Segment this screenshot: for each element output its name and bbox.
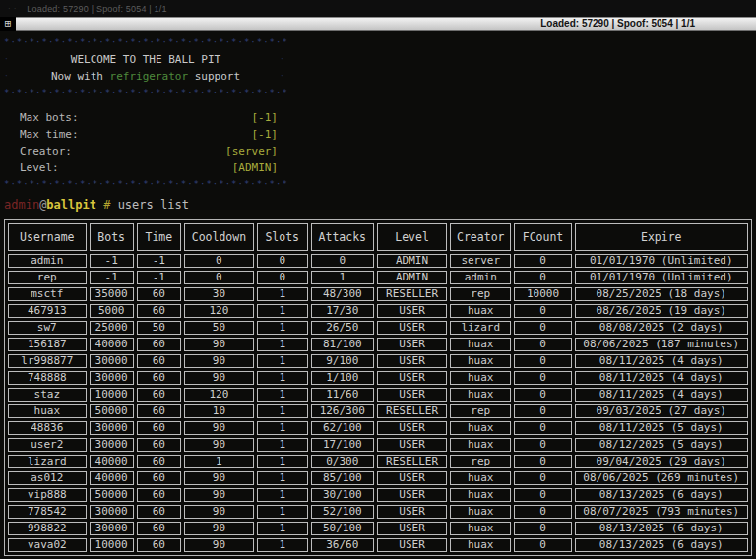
column-header-cooldown: Cooldown (184, 223, 254, 251)
table-row: 74888830000609011/100USERhuax008/11/2025… (8, 371, 748, 385)
cell-cooldown: 90 (184, 421, 254, 435)
banner-info-label: Creator: (4, 143, 225, 159)
cell-bots: 10000 (90, 388, 134, 402)
cell-level: ADMIN (377, 271, 447, 284)
column-header-fcount: FCount (514, 223, 571, 251)
column-header-expire: Expire (575, 223, 748, 251)
cell-time: 60 (137, 287, 181, 301)
cell-level: RESELLER (377, 455, 447, 468)
banner-spacer (4, 101, 287, 109)
banner-border-middle: *·*·*·*·*·*·*·*·*·*·*·*·*·*·*·*·*·*·*·*·… (4, 85, 287, 101)
cell-slots: 1 (257, 371, 308, 385)
cell-expire: 01/01/1970 (Unlimited) (575, 271, 748, 284)
cell-creator: huax (450, 522, 511, 535)
table-row: rep-1-1001ADMINadmin001/01/1970 (Unlimit… (8, 271, 748, 284)
cell-expire: 08/12/2025 (5 days) (575, 438, 748, 452)
cell-creator: huax (450, 304, 511, 318)
cell-slots: 1 (257, 304, 308, 318)
cell-time: 60 (137, 438, 181, 452)
cell-attacks: 85/100 (311, 471, 375, 485)
table-row: 998822300006090150/100USERhuax008/13/202… (8, 522, 748, 535)
cell-level: USER (377, 354, 447, 368)
cell-bots: 30000 (90, 438, 134, 452)
cell-attacks: 50/100 (311, 522, 375, 535)
cell-cooldown: 10 (184, 404, 254, 418)
cell-fcount: 0 (514, 371, 571, 385)
banner-info-value: [ADMIN] (232, 159, 287, 176)
cell-level: USER (377, 522, 447, 535)
cell-username: staz (8, 388, 87, 402)
cell-cooldown: 90 (184, 488, 254, 502)
cell-fcount: 0 (514, 388, 571, 402)
banner-subtitle-prefix: Now with (51, 70, 110, 83)
cell-expire: 01/01/1970 (Unlimited) (575, 254, 748, 268)
cell-creator: huax (450, 538, 511, 552)
window-titlebar[interactable]: ·· Loaded: 57290 | Spoof: 5054 | 1/1 (0, 0, 756, 17)
cell-time: -1 (137, 254, 181, 268)
cell-slots: 1 (257, 287, 308, 301)
terminal-titlebar-bar[interactable]: Loaded: 57290 | Spoof: 5054 | 1/1 (16, 17, 756, 31)
cell-creator: rep (450, 404, 511, 418)
cell-cooldown: 90 (184, 338, 254, 351)
cell-cooldown: 1 (184, 455, 254, 468)
cell-level: USER (377, 338, 447, 351)
cell-time: 60 (137, 354, 181, 368)
users-table-header-row: UsernameBotsTimeCooldownSlotsAttacksLeve… (8, 223, 748, 251)
cell-bots: 25000 (90, 321, 134, 335)
cell-attacks: 30/100 (311, 488, 375, 502)
terminal-titlebar[interactable]: ⊞ Loaded: 57290 | Spoof: 5054 | 1/1 (0, 17, 756, 31)
cell-bots: 10000 (90, 538, 134, 552)
cell-slots: 1 (257, 538, 308, 552)
cell-attacks: 9/100 (311, 354, 375, 368)
cell-bots: 40000 (90, 455, 134, 468)
banner-info-label: Max bots: (4, 109, 252, 126)
cell-slots: 1 (257, 438, 308, 452)
column-header-level: Level (377, 223, 447, 251)
terminal-body[interactable]: *·*·*·*·*·*·*·*·*·*·*·*·*·*·*·*·*·*·*·*·… (0, 31, 756, 559)
cell-username: sw7 (8, 321, 87, 335)
cell-fcount: 0 (514, 438, 571, 452)
cell-cooldown: 120 (184, 388, 254, 402)
cell-attacks: 0/300 (311, 455, 375, 468)
cell-username: rep (8, 271, 87, 284)
banner-subtitle: Now with refrigerator support (12, 68, 280, 85)
cell-slots: 1 (257, 522, 308, 535)
cell-creator: huax (450, 421, 511, 435)
column-header-attacks: Attacks (311, 223, 375, 251)
banner-edge-dot: · (280, 51, 287, 68)
cell-expire: 08/06/2025 (269 minutes) (575, 471, 748, 485)
cell-attacks: 81/100 (311, 338, 375, 351)
cell-time: -1 (137, 271, 181, 284)
cell-expire: 08/26/2025 (19 days) (575, 304, 748, 318)
cell-cooldown: 90 (184, 438, 254, 452)
cell-username: lizard (8, 455, 87, 468)
cell-username: admin (8, 254, 87, 268)
cell-attacks: 52/100 (311, 505, 375, 519)
cell-attacks: 0 (311, 254, 375, 268)
cell-bots: 30000 (90, 421, 134, 435)
cell-creator: server (450, 254, 511, 268)
cell-attacks: 36/60 (311, 538, 375, 552)
cell-slots: 0 (257, 254, 308, 268)
banner-info-value: [server] (225, 143, 287, 159)
cell-time: 60 (137, 388, 181, 402)
cell-creator: huax (450, 438, 511, 452)
table-row: lr99887730000609019/100USERhuax008/11/20… (8, 354, 748, 368)
cell-level: RESELLER (377, 404, 447, 418)
cell-expire: 08/11/2025 (4 days) (575, 371, 748, 385)
cell-level: USER (377, 471, 447, 485)
cell-username: 748888 (8, 371, 87, 385)
shell-prompt[interactable]: admin@ballpit # users list (4, 196, 756, 214)
cell-fcount: 0 (514, 488, 571, 502)
cell-bots: 30000 (90, 371, 134, 385)
cell-username: 156187 (8, 338, 87, 351)
users-table: UsernameBotsTimeCooldownSlotsAttacksLeve… (4, 219, 752, 556)
banner-title: WELCOME TO THE BALL PIT (12, 51, 280, 68)
cell-bots: 5000 (90, 304, 134, 318)
cell-level: USER (377, 388, 447, 402)
cell-time: 60 (137, 404, 181, 418)
table-row: sw7250005050126/50USERlizard008/08/2025 … (8, 321, 748, 335)
loaded-spoof-status: Loaded: 57290 | Spoof: 5054 | 1/1 (540, 18, 695, 30)
window-title: Loaded: 57290 | Spoof: 5054 | 1/1 (27, 4, 166, 14)
table-row: as012400006090185/100USERhuax008/06/2025… (8, 471, 748, 485)
